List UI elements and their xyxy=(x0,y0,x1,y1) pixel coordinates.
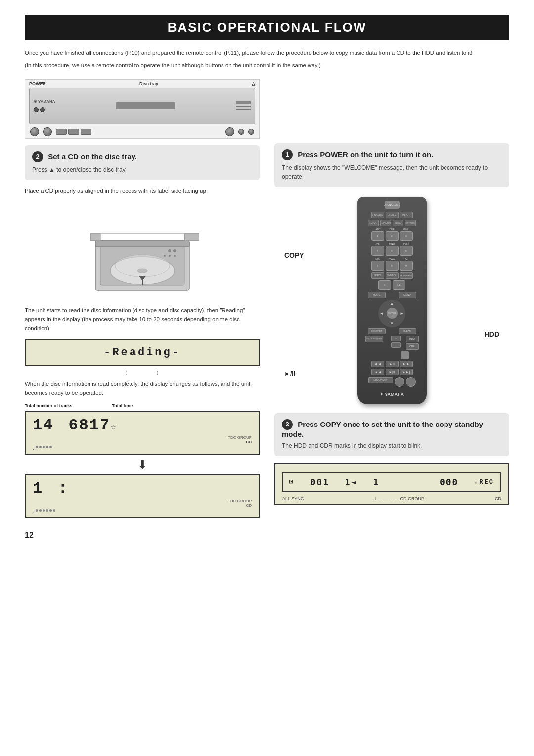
svg-point-11 xyxy=(168,249,171,252)
plus10-btn[interactable]: +10 xyxy=(393,280,405,290)
symbol-btn[interactable]: SYMBOL xyxy=(386,272,399,279)
hdd-btn[interactable]: HDD xyxy=(406,336,419,342)
intro-line2: (In this procedure, we use a remote cont… xyxy=(25,61,509,70)
crt-time-btn[interactable]: CRT/TIME xyxy=(405,220,416,226)
bottom-colon: : xyxy=(58,479,68,498)
disc-tray-icon: △ xyxy=(252,81,255,86)
repeat-btn[interactable]: REPEAT xyxy=(368,220,379,226)
num4-btn[interactable]: 4 xyxy=(371,246,384,256)
disc-read-body: When the disc information is read comple… xyxy=(25,380,260,398)
step1-number: 1 xyxy=(282,149,293,160)
prev-btn[interactable]: |◄◄ xyxy=(371,369,384,375)
svg-point-12 xyxy=(173,249,176,252)
hdd-label: HDD xyxy=(485,331,499,338)
group-skip-btn[interactable]: GROUP SKIP xyxy=(368,377,393,383)
cd-tray-illustration xyxy=(25,201,260,300)
space-btn[interactable]: SPACE xyxy=(371,272,384,279)
final-disp-far: 000 xyxy=(440,477,459,487)
disc-tray-label: Disc tray xyxy=(139,81,158,86)
erase-btn[interactable]: ERASE xyxy=(386,212,399,218)
play-pause-btn[interactable]: ►II xyxy=(386,361,399,367)
num0-btn[interactable]: 0 xyxy=(378,280,391,290)
remote-wrapper: COPY HDD ►/II OPEN/CLOSE FINALIZE ERASE … xyxy=(274,197,509,404)
remote-brand: ✦ YAMAHA xyxy=(360,390,424,397)
page-header: BASIC OPERATIONAL FLOW xyxy=(25,15,509,40)
step2-number: 2 xyxy=(32,151,43,162)
page-number: 12 xyxy=(25,531,509,540)
nav-right-btn[interactable]: ► xyxy=(400,311,404,316)
final-display: ⊡ 001 1◄ 1 000 ☆REC xyxy=(282,472,501,492)
step1-title: Press POWER on the unit to turn it on. xyxy=(298,150,433,158)
cdr-btn[interactable]: CDR xyxy=(406,343,419,350)
tracks-time-display: 14 6817☆ TDC GROUP CD ♩ xyxy=(25,411,260,455)
nav-up-btn[interactable]: ▲ xyxy=(390,301,394,306)
step2-sub: Press ▲ to open/close the disc tray. xyxy=(32,165,252,174)
display-sub-tdc: TDC GROUP xyxy=(228,435,252,440)
final-disp-right: 1 xyxy=(373,477,380,487)
svg-point-15 xyxy=(174,255,176,257)
remote-control: OPEN/CLOSE FINALIZE ERASE INPUT REPEAT R… xyxy=(357,197,427,404)
device-logo: ⊙ YAMAHA xyxy=(34,99,55,104)
total-labels: Total number of tracks Total time xyxy=(25,403,260,408)
final-disp-suffix: ☆REC xyxy=(474,478,494,486)
clear-btn[interactable]: CLEAR xyxy=(399,328,416,334)
bookmark-btn[interactable]: BOOKMARK xyxy=(400,272,413,279)
compact-btn[interactable]: COMPACT xyxy=(368,328,386,334)
reading-display-sub: ⟨ ⟩ xyxy=(25,370,260,375)
svg-point-14 xyxy=(169,255,171,257)
random-btn[interactable]: RANDOM xyxy=(380,220,391,226)
num6-btn[interactable]: 6 xyxy=(400,246,413,256)
rew-btn[interactable]: ◄◄ xyxy=(371,361,384,367)
minus-btn[interactable]: − xyxy=(391,342,401,348)
play-btn[interactable]: ►|II xyxy=(386,369,399,375)
step2-title: Set a CD on the disc tray. xyxy=(48,152,137,160)
step3-box: 3 Press COPY once to set the unit to the… xyxy=(274,413,509,456)
nav-left-btn[interactable]: ◄ xyxy=(380,311,384,316)
intro-btn[interactable]: INTRO xyxy=(393,220,403,226)
mode-btn[interactable]: MODE xyxy=(368,292,386,298)
page-title: BASIC OPERATIONAL FLOW xyxy=(25,20,509,35)
reading-display-text: -Reading- xyxy=(104,346,180,359)
input-btn[interactable]: INPUT xyxy=(400,212,413,218)
nav-ring: ENTER ▲ ▼ ◄ ► xyxy=(378,300,405,327)
intro-block: Once you have finished all connections (… xyxy=(25,49,509,70)
svg-point-13 xyxy=(164,255,166,257)
stop-btn[interactable] xyxy=(401,351,409,359)
final-disp-mid: 1◄ xyxy=(345,477,357,487)
step3-title: Press COPY once to set the unit to the c… xyxy=(282,420,483,438)
play-pause-label: ►/II xyxy=(284,370,295,377)
copy-label: COPY xyxy=(284,251,304,259)
display-tracks: 14 xyxy=(33,416,53,434)
display-time: 6817☆ xyxy=(68,416,117,434)
svg-rect-16 xyxy=(90,234,100,241)
display-sub-cd: CD xyxy=(246,440,252,444)
num5-btn[interactable]: 5 xyxy=(386,246,399,256)
step3-desc: The HDD and CDR marks in the display sta… xyxy=(282,441,502,450)
trace-no-btn[interactable]: TRACE NOWRITE xyxy=(365,336,383,342)
nav-down-btn[interactable]: ▼ xyxy=(390,321,394,326)
next-btn[interactable]: ►►| xyxy=(400,369,413,375)
num7-btn[interactable]: 7 xyxy=(371,261,384,271)
disc-btn1[interactable] xyxy=(395,377,404,387)
total-tracks-label: Total number of tracks xyxy=(25,403,72,408)
fwd-btn[interactable]: ►► xyxy=(400,361,413,367)
num9-btn[interactable]: 9 xyxy=(400,261,413,271)
plus-btn[interactable]: + xyxy=(391,336,401,341)
num3-btn[interactable]: 3 xyxy=(400,231,413,241)
open-close-btn[interactable]: OPEN/CLOSE xyxy=(385,201,400,209)
cd-tray-svg xyxy=(86,201,199,300)
step1-box: 1 Press POWER on the unit to turn it on.… xyxy=(274,143,509,187)
num8-btn[interactable]: 8 xyxy=(386,261,399,271)
svg-point-8 xyxy=(115,255,170,277)
svg-rect-4 xyxy=(95,241,189,247)
final-display-sublabels: ALL SYNC ♩ — — — — CD GROUP CD xyxy=(282,496,501,501)
intro-line1: Once you have finished all connections (… xyxy=(25,49,509,57)
step2-place-cd: Place a CD properly as aligned in the re… xyxy=(25,187,260,196)
enter-btn[interactable]: ENTER xyxy=(387,308,398,319)
menu-btn[interactable]: MENU xyxy=(399,292,416,298)
num2-btn[interactable]: 2 xyxy=(386,231,399,241)
finalize-btn[interactable]: FINALIZE xyxy=(371,212,384,218)
bottom-display: 1 : TDC GROUP CD ♩ xyxy=(25,474,260,518)
num1-btn[interactable]: 1 xyxy=(371,231,384,241)
disc-btn2[interactable] xyxy=(406,377,416,387)
